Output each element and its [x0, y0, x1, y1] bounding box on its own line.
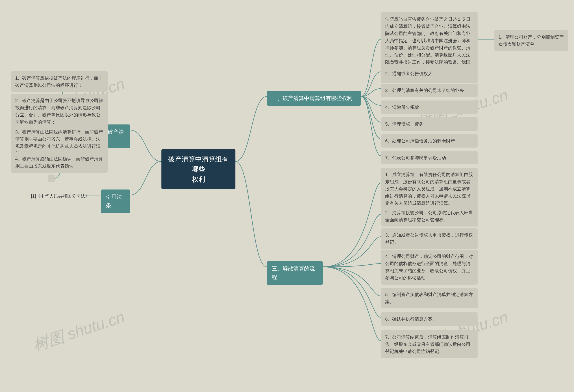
b3-leaf-5[interactable]: 6、确认并执行清算方案。 [381, 312, 478, 326]
b1-leaf-3-text: 4、清缴所欠税款 [385, 105, 419, 110]
branch-cite[interactable]: 引用法条 [101, 189, 130, 213]
b1-leaf-1[interactable]: 2、通知或者公告债权人 [381, 67, 478, 80]
b3-leaf-3-text: 4、清理公司财产，确定公司的财产范围，对公司的债权债务进行全面的清查，处理与清算… [385, 254, 473, 280]
b1-leaf-5-text: 6、处理公司清偿债务后的剩余财产 [385, 138, 455, 143]
b1-leaf-4[interactable]: 5、清理债权、债务 [381, 117, 478, 131]
b3-leaf-6[interactable]: 7、公司清算结束后，清算组应制作清算报告，经股东会或政府主管部门确认后向公司登记… [381, 330, 478, 358]
root-title-line1: 破产清算中清算组有哪些 [168, 155, 229, 173]
b1-grand-text: 1、清理公司财产，分别编制资产负债表和财产清单 [498, 35, 564, 47]
b2-leaf-1[interactable]: 2、破产清算是由于公司资不抵债导致公司解散而进行的清算，而非破产清算则是除公司分… [11, 94, 108, 129]
b2-leaf-0[interactable]: 1、破产清算应依据破产法的程序进行，而非破产清算则以公司法的程序进行； [11, 71, 108, 92]
b3-leaf-2-text: 3、通知或者公告债权人申报债权，进行债权登记。 [385, 232, 473, 245]
branch-1[interactable]: 一、破产清算中清算组有哪些权利 [267, 91, 361, 106]
b1-leaf-2[interactable]: 3、处理与清算有关的公司未了结的业务 [381, 84, 478, 97]
b3-leaf-6-text: 7、公司清算结束后，清算组应制作清算报告，经股东会或政府主管部门确认后向公司登记… [385, 335, 471, 354]
branch-3-label: 三、解散清算的流程 [272, 266, 315, 280]
cite-leaf-0-text: [1]《中华人民共和国公司法》 [31, 194, 90, 198]
watermark: 树图 shutu.cn [30, 307, 127, 356]
b3-leaf-0-text: 1、成立清算组，有限责任公司的清算组由股东组成，股份有限公司的清算组由董事或者股… [385, 172, 473, 206]
b1-leaf-3[interactable]: 4、清缴所欠税款 [381, 101, 478, 114]
branch-1-label: 一、破产清算中清算组有哪些权利 [272, 95, 352, 101]
b1-grand[interactable]: 1、清理公司财产，分别编制资产负债表和财产清单 [494, 30, 568, 51]
b3-leaf-0[interactable]: 1、成立清算组，有限责任公司的清算组由股东组成，股份有限公司的清算组由董事或者股… [381, 168, 478, 210]
b3-leaf-4[interactable]: 5、编制资产负债表和财产清单并制定清算方案。 [381, 288, 478, 308]
b2-leaf-3[interactable]: 4、破产清算必须由法院确认，而非破产清算则主要由股东或股东代表确认。 [11, 152, 108, 173]
cite-leaf-0[interactable]: [1]《中华人民共和国公司法》 [29, 190, 92, 202]
b3-leaf-2[interactable]: 3、通知或者公告债权人申报债权，进行债权登记。 [381, 228, 478, 249]
b3-leaf-3[interactable]: 4、清理公司财产，确定公司的财产范围，对公司的债权债务进行全面的清查，处理与清算… [381, 249, 478, 285]
b1-leaf-2-text: 3、处理与清算有关的公司未了结的业务 [385, 88, 464, 93]
b3-leaf-5-text: 6、确认并执行清算方案。 [385, 317, 437, 322]
b3-leaf-1-text: 2、清算组接管公司，公司原法定代表人应当全面向清算组移交公司管理权。 [385, 210, 473, 222]
root-node[interactable]: 破产清算中清算组有哪些 权利 [162, 149, 235, 189]
root-title-line2: 权利 [192, 176, 205, 183]
b2-leaf-4-empty[interactable] [48, 174, 55, 182]
b1-leaf-5[interactable]: 6、处理公司清偿债务后的剩余财产 [381, 134, 478, 147]
b1-leaf-4-text: 5、清理债权、债务 [385, 122, 424, 126]
mindmap-canvas: 树图 shutu.cn 树图 shutu.cn 树图 shutu.cn 树图 s… [0, 0, 574, 392]
b2-leaf-3-text: 4、破产清算必须由法院确认，而非破产清算则主要由股东或股东代表确认。 [15, 156, 103, 168]
b1-leaf-1-text: 2、通知或者公告债权人 [385, 71, 432, 76]
b1-leaf-6-text: 7、代表公司参与民事诉讼活动 [385, 155, 446, 160]
b2-leaf-1-text: 2、破产清算是由于公司资不抵债导致公司解散而进行的清算，而非破产清算则是除公司分… [15, 98, 103, 124]
b2-leaf-0-text: 1、破产清算应依据破产法的程序进行，而非破产清算则以公司法的程序进行； [15, 76, 103, 88]
b3-leaf-4-text: 5、编制资产负债表和财产清单并制定清算方案。 [385, 292, 473, 304]
branch-3[interactable]: 三、解散清算的流程 [267, 261, 323, 285]
branch-cite-label: 引用法条 [106, 194, 122, 208]
b3-leaf-1[interactable]: 2、清算组接管公司，公司原法定代表人应当全面向清算组移交公司管理权。 [381, 206, 478, 227]
b1-leaf-6[interactable]: 7、代表公司参与民事诉讼活动 [381, 151, 478, 164]
